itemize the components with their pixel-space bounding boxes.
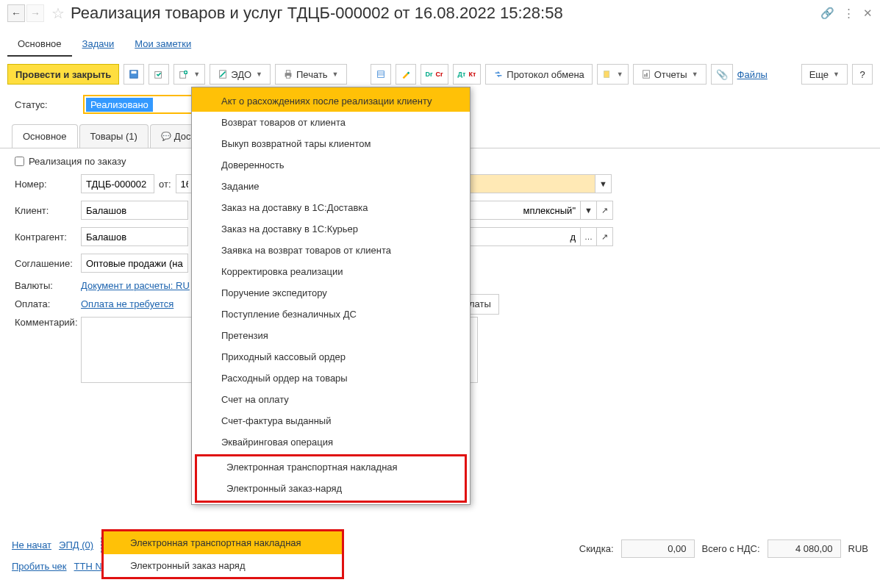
nav-back-button[interactable]: ←: [7, 4, 25, 22]
drcr-button[interactable]: DrCr: [421, 64, 448, 85]
wh-open-button[interactable]: ↗: [597, 201, 613, 220]
tbl-icon-button[interactable]: [371, 64, 391, 85]
menu-item-13[interactable]: Расходный ордер на товары: [192, 368, 470, 389]
menu-item-14[interactable]: Счет на оплату: [192, 389, 470, 410]
menu-item-16[interactable]: Эквайринговая операция: [192, 431, 470, 453]
ttn-link[interactable]: ТТН №: [74, 561, 106, 572]
svg-rect-7: [286, 71, 290, 74]
num-field[interactable]: [81, 174, 154, 193]
menu-item-10[interactable]: Поступление безналичных ДС: [192, 304, 470, 325]
menu-item-12[interactable]: Приходный кассовый ордер: [192, 346, 470, 368]
menu-item-2[interactable]: Выкуп возвратной тары клиентом: [192, 133, 470, 154]
protocol-button[interactable]: Протокол обмена: [485, 64, 593, 85]
popup-item-etn[interactable]: Электронная транспортная накладная: [104, 531, 342, 554]
menu-item-9[interactable]: Поручение экспедитору: [192, 282, 470, 304]
post-button[interactable]: [149, 64, 169, 85]
menu-item-3[interactable]: Доверенность: [192, 154, 470, 176]
subtab-goods[interactable]: Товары (1): [79, 124, 149, 148]
org-dd-button[interactable]: ▼: [595, 174, 612, 193]
epd-link[interactable]: ЭПД (0): [59, 539, 93, 551]
svg-rect-12: [604, 71, 609, 78]
menu-item-1[interactable]: Возврат товаров от клиента: [192, 112, 470, 133]
menu-item-5[interactable]: Заказ на доставку в 1С:Доставка: [192, 197, 470, 218]
pay-label: Оплата:: [15, 298, 81, 309]
highlight-button[interactable]: [396, 64, 416, 85]
tab-notes[interactable]: Мои заметки: [124, 32, 201, 57]
menu-item-etn[interactable]: Электронная транспортная накладная: [197, 456, 465, 478]
reports-button[interactable]: Отчеты▼: [633, 64, 706, 85]
agree-field[interactable]: [81, 254, 188, 273]
menu-item-4[interactable]: Задание: [192, 176, 470, 197]
highlighted-menu-group: Электронная транспортная накладная Элект…: [195, 454, 467, 503]
cur-link[interactable]: Документ и расчеты: RU: [81, 280, 190, 291]
date-field[interactable]: [176, 174, 193, 193]
favorite-icon[interactable]: ☆: [51, 4, 65, 22]
menu-item-ezn[interactable]: Электронный заказ-наряд: [197, 478, 465, 499]
files-link[interactable]: Файлы: [737, 69, 768, 80]
dept-open-button[interactable]: ↗: [597, 227, 613, 246]
discount-label: Скидка:: [579, 543, 614, 554]
page-title: Реализация товаров и услуг ТДЦБ-000002 о…: [71, 4, 812, 23]
agree-label: Соглашение:: [15, 258, 81, 269]
menu-item-15[interactable]: Счет-фактура выданный: [192, 410, 470, 431]
save-button[interactable]: [124, 64, 144, 85]
help-button[interactable]: ?: [852, 64, 873, 85]
total-value: 4 080,00: [768, 539, 841, 558]
link-icon[interactable]: 🔗: [820, 7, 834, 20]
wh-dd-button[interactable]: ▼: [581, 201, 597, 220]
more-button[interactable]: Еще▼: [801, 64, 848, 85]
currency-label: RUB: [848, 543, 868, 554]
check-link[interactable]: Пробить чек: [12, 561, 67, 572]
comment-label: Комментарий:: [15, 317, 81, 328]
contr-label: Контрагент:: [15, 232, 81, 243]
cur-label: Валюты:: [15, 280, 81, 291]
subtab-main[interactable]: Основное: [12, 124, 78, 148]
from-label: от:: [159, 179, 171, 190]
svg-rect-15: [646, 73, 648, 76]
misc-button[interactable]: ▼: [597, 64, 629, 85]
menu-item-7[interactable]: Заявка на возврат товаров от клиента: [192, 240, 470, 261]
by-order-checkbox[interactable]: [15, 157, 24, 166]
status-label: Статус:: [15, 99, 77, 110]
status-value: Реализовано: [86, 98, 153, 112]
total-label: Всего с НДС:: [702, 543, 760, 554]
menu-item-0[interactable]: Акт о расхождениях после реализации клие…: [192, 90, 470, 112]
client-label: Клиент:: [15, 205, 81, 216]
close-icon[interactable]: ✕: [863, 7, 873, 20]
dept-more-button[interactable]: …: [581, 227, 597, 246]
svg-rect-9: [377, 71, 384, 78]
print-button[interactable]: Печать▼: [275, 64, 347, 85]
post-close-button[interactable]: Провести и закрыть: [7, 64, 119, 85]
menu-icon[interactable]: ⋮: [843, 7, 854, 20]
create-based-button[interactable]: ▼: [174, 64, 205, 85]
nav-fwd-button[interactable]: →: [26, 4, 44, 22]
create-based-menu: Акт о расхождениях после реализации клие…: [191, 87, 471, 505]
edo-button[interactable]: ЭДО▼: [210, 64, 271, 85]
by-order-label: Реализация по заказу: [29, 156, 126, 167]
tab-main[interactable]: Основное: [7, 32, 72, 57]
menu-item-8[interactable]: Корректировка реализации: [192, 261, 470, 282]
popup-item-ezn[interactable]: Электронный заказ наряд: [104, 554, 342, 577]
epd-popup: Электронная транспортная накладная Элект…: [101, 529, 344, 579]
menu-item-11[interactable]: Претензия: [192, 325, 470, 346]
menu-item-6[interactable]: Заказ на доставку в 1С:Курьер: [192, 218, 470, 240]
svg-rect-1: [132, 71, 137, 74]
not-started-link[interactable]: Не начат: [12, 539, 51, 551]
pay-link[interactable]: Оплата не требуется: [81, 298, 174, 309]
client-field[interactable]: [81, 201, 188, 220]
contr-field[interactable]: [81, 227, 188, 246]
tab-tasks[interactable]: Задачи: [72, 32, 125, 57]
svg-rect-14: [644, 74, 645, 77]
svg-rect-8: [286, 76, 290, 79]
num-label: Номер:: [15, 179, 81, 190]
attach-button[interactable]: 📎: [711, 64, 733, 85]
discount-value: 0,00: [621, 539, 695, 558]
dtkt-button[interactable]: ДтКт: [453, 64, 482, 85]
